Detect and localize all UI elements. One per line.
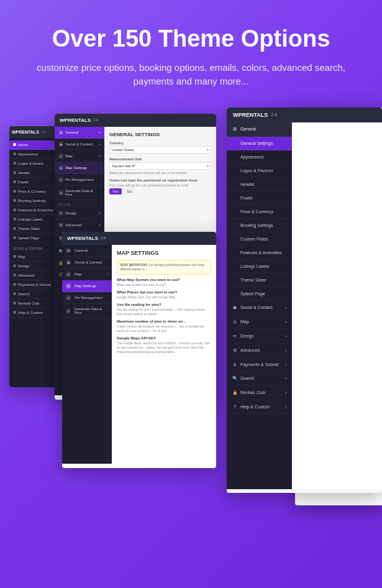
panel-4-sidebar-listings-labels[interactable]: Listings Labels: [227, 260, 292, 273]
panel-4-sidebar-price[interactable]: Price & Currency: [227, 205, 292, 219]
panel-3-main: MAP SETTINGS VERY IMPORTANT: For already…: [112, 245, 216, 464]
panel-3-q1: What Map System you want to use?: [117, 278, 211, 282]
panel-3-a5: The Google Maps JavaScript Api v3 REQU..…: [117, 341, 211, 354]
panel-3-sidebar: ⊞ General ◉ Social & Contact ◎ Map▾ ◎ Ma…: [62, 245, 112, 464]
panel-4-sidebar-header[interactable]: Header: [227, 178, 292, 191]
toggle-yes[interactable]: Yes: [109, 188, 122, 195]
field-password-sublabel: If no, users will get the auto generated…: [109, 183, 211, 187]
panel-3-a4: A high number will increase the response…: [117, 324, 211, 333]
field-measurement-select[interactable]: Square feet ft² ▾: [109, 162, 211, 170]
panel-2-sidebar-advanced[interactable]: ⚙Advanced▾: [55, 219, 104, 231]
panel-3-a3: Use file reading for pins? (recommended.…: [117, 308, 211, 316]
panel-4-sidebar: ⊞General General Settings Appearance Log…: [227, 122, 292, 489]
panel-3-sidebar-general[interactable]: ⊞ General: [62, 245, 112, 257]
field-measurement-label: Measurement Unit: [109, 157, 211, 161]
panel-4-sidebar-map-section[interactable]: ◎Map▾: [227, 315, 292, 329]
panel-2-sidebar-design-section: Design: [55, 200, 104, 208]
panel-2-sidebar-gen-data[interactable]: ◎Generate Data & Pins: [55, 186, 104, 200]
panel-4-sidebar-features[interactable]: Features & Amenities: [227, 246, 292, 260]
panel-3-sidebar-pin[interactable]: ◎ Pin Management: [62, 292, 112, 304]
panel-4-sidebar-logos[interactable]: Logos & Favicon: [227, 164, 292, 178]
panel-3-q5: Google Maps API KEY: [117, 336, 211, 340]
panel-4-sidebar-help[interactable]: ?Help & Custom▾: [227, 400, 292, 414]
panel-2-sidebar-social[interactable]: ◉Social & Contact▾: [55, 139, 104, 150]
panel-4-sidebar-theme-slider[interactable]: Theme Slider: [227, 273, 292, 287]
panel-3: WPRENTALS 2.6 ⊞ General ◉ Social & Conta…: [62, 232, 216, 468]
panel-4-sidebar-splash[interactable]: Splash Page: [227, 287, 292, 301]
panel-4-sidebar-rentals[interactable]: 🔒Rentals Club▾: [227, 386, 292, 400]
panel-3-a2: Google Places work only with Google Map.…: [117, 295, 211, 300]
panel-3-header: WPRENTALS 2.6: [62, 232, 216, 245]
panel-1-version: 2.6: [42, 130, 46, 134]
panel-2-logo: WPRENTALS: [60, 117, 91, 123]
panel-4-content: ⊞General General Settings Appearance Log…: [227, 122, 382, 489]
panel-2-sidebar-pin-mgmt[interactable]: ◎Pin Management: [55, 174, 104, 186]
panel-4-sidebar-advanced[interactable]: ⚙Advanced▾: [227, 344, 292, 358]
panel-2-header: WPRENTALS 2.6: [55, 114, 216, 127]
panel-3-content: ⊞ General ◉ Social & Contact ◎ Map▾ ◎ Ma…: [62, 245, 216, 464]
panel-4-sidebar-custom-fields[interactable]: Custom Fields: [227, 232, 292, 246]
panel-3-logo: WPRENTALS: [67, 236, 98, 241]
hero-title: Over 150 Theme Options: [19, 25, 363, 53]
panel-4-main: [292, 122, 382, 489]
field-measurement-sublabel: Select the measurement unit you will use…: [109, 171, 211, 175]
panel-2-version: 2.6: [93, 118, 98, 122]
panel-4-logo: WPRENTALS: [233, 112, 268, 118]
panel-4-sidebar-payments[interactable]: $Payments & Submit▾: [227, 358, 292, 372]
toggle-no[interactable]: No: [124, 188, 135, 195]
hero-section: Over 150 Theme Options customize price o…: [0, 0, 382, 101]
panel-4-header: WPRENTALS 2.6: [227, 108, 382, 122]
screenshots-container: WPRENTALS 2.6 Home Appearance Logos & As…: [0, 108, 382, 530]
field-country: Country United States ▾: [109, 141, 211, 154]
field-password: Users can type the password on registrat…: [109, 178, 211, 195]
panel-2-sidebar-general[interactable]: ⊞General▾: [55, 127, 104, 139]
field-password-label: Users can type the password on registrat…: [109, 178, 211, 182]
panel-1-logo: WPRENTALS: [12, 130, 39, 134]
panel-4-sidebar-general-group[interactable]: ⊞General: [227, 122, 292, 137]
field-country-select[interactable]: United States ▾: [109, 146, 211, 154]
panel-3-sidebar-map-settings[interactable]: ◎ Map Settings: [62, 280, 112, 292]
panel-2-sidebar-map[interactable]: ◎Map▾: [55, 150, 104, 162]
panel-3-sidebar-map[interactable]: ◎ Map▾: [62, 269, 112, 280]
panel-3-q2: What Places Api you want to use?: [117, 290, 211, 294]
panel-2-sidebar-map-settings[interactable]: ◎Map Settings: [55, 162, 104, 174]
panel-3-version: 2.6: [101, 236, 106, 240]
panel-3-notice: VERY IMPORTANT: For already published sy…: [117, 260, 211, 275]
panel-4-sidebar-general-settings[interactable]: General Settings: [227, 137, 292, 150]
panel-3-a1: What map system you want to use?: [117, 283, 211, 287]
panel-4-sidebar-appearance[interactable]: Appearance: [227, 150, 292, 164]
panel-3-q3: Use file reading for pins?: [117, 303, 211, 306]
panel-4-sidebar-booking[interactable]: Booking Settings: [227, 219, 292, 232]
panel-4-sidebar-search[interactable]: 🔍Search▾: [227, 372, 292, 386]
panel-4: WPRENTALS 2.6 ⊞General General Settings …: [227, 108, 382, 493]
panel-2-title: GENERAL SETTINGS: [109, 132, 211, 137]
panel-4-sidebar-design[interactable]: ✏Design▾: [227, 329, 292, 344]
hero-subtitle: customize price options, booking options…: [19, 61, 363, 89]
field-measurement: Measurement Unit Square feet ft² ▾ Selec…: [109, 157, 211, 175]
panel-4-sidebar-footer[interactable]: Footer: [227, 191, 292, 205]
panel-3-sidebar-gen[interactable]: ◎ Generate Data & Pins: [62, 304, 112, 318]
field-country-label: Country: [109, 141, 211, 145]
panel-4-version: 2.6: [271, 113, 277, 117]
panel-3-sidebar-social[interactable]: ◉ Social & Contact: [62, 257, 112, 269]
panel-4-sidebar-social-contact[interactable]: ◉Social & Contact▾: [227, 301, 292, 315]
panel-2-sidebar-design[interactable]: ✏Design▾: [55, 208, 104, 219]
panel-3-title: MAP SETTINGS: [117, 250, 211, 256]
panel-3-q4: Maximum number of pins to show on...: [117, 319, 211, 323]
